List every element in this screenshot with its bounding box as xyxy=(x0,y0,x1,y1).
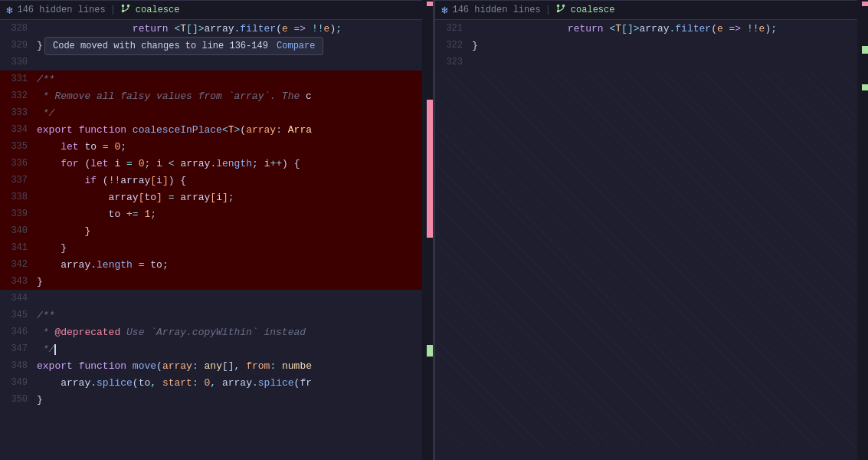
code-line-334: 334 export function coalesceInPlace<T>(a… xyxy=(0,121,433,138)
line-num-335: 335 xyxy=(0,141,37,152)
line-content-347: */ xyxy=(37,343,433,355)
right-scrollbar-mark-red xyxy=(862,2,868,6)
line-num-329: 329 xyxy=(0,40,37,51)
line-num-330: 330 xyxy=(0,57,37,67)
line-content-346: * @deprecated Use `Array.copyWithin` ins… xyxy=(37,327,433,338)
right-line-num-322: 322 xyxy=(435,40,472,51)
tooltip-text: Code moved with changes to line 136-149 xyxy=(53,41,268,51)
code-line-342: 342 array.length = to; xyxy=(0,256,433,273)
line-content-334: export function coalesceInPlace<T>(array… xyxy=(37,124,433,136)
right-code-area: → 321 return <T[]>array.filter(e => !!e)… xyxy=(435,20,868,460)
line-num-332: 332 xyxy=(0,90,37,101)
svg-point-1 xyxy=(127,5,130,8)
line-num-349: 349 xyxy=(0,377,37,388)
left-hidden-sep: | xyxy=(110,5,116,15)
right-branch-icon xyxy=(555,3,566,17)
line-num-338: 338 xyxy=(0,192,37,202)
right-snowflake-icon: ❄ xyxy=(441,4,447,17)
line-num-350: 350 xyxy=(0,394,37,405)
code-line-339: 339 to += 1; xyxy=(0,205,433,222)
line-num-339: 339 xyxy=(0,209,37,219)
code-line-338: 338 array[to] = array[i]; xyxy=(0,189,433,205)
line-num-334: 334 xyxy=(0,124,37,135)
line-num-340: 340 xyxy=(0,225,37,236)
left-scrollbar-mark-red-1 xyxy=(427,2,433,6)
code-line-348: 348 export function move(array: any[], f… xyxy=(0,357,433,374)
right-branch-name: coalesce xyxy=(571,5,615,15)
editor-container: ❄ 146 hidden lines | coalesce Code moved… xyxy=(0,0,868,460)
code-line-345: 345 /** xyxy=(0,307,433,324)
code-line-336: 336 for (let i = 0; i < array.length; i+… xyxy=(0,155,433,172)
left-branch-icon xyxy=(120,3,131,17)
line-num-333: 333 xyxy=(0,107,37,118)
code-line-349: 349 array.splice(to, start: 0, array.spl… xyxy=(0,374,433,391)
line-num-328: 328 xyxy=(0,23,37,34)
code-line-335: 335 let to = 0; xyxy=(0,138,433,155)
right-code-line-322: 322 } xyxy=(435,37,868,54)
left-code-area: Code moved with changes to line 136-149 … xyxy=(0,20,433,460)
left-scrollbar[interactable] xyxy=(422,0,433,460)
right-code-lines: → 321 return <T[]>array.filter(e => !!e)… xyxy=(435,20,868,71)
code-line-346: 346 * @deprecated Use `Array.copyWithin`… xyxy=(0,324,433,340)
line-content-339: to += 1; xyxy=(37,209,433,220)
line-content-336: for (let i = 0; i < array.length; i++) { xyxy=(37,158,433,169)
compare-link[interactable]: Compare xyxy=(277,41,315,51)
code-line-340: 340 } xyxy=(0,222,433,239)
left-branch-name: coalesce xyxy=(136,5,180,15)
tooltip-popup: Code moved with changes to line 136-149 … xyxy=(44,37,323,55)
left-snowflake-icon: ❄ xyxy=(6,4,12,17)
line-content-335: let to = 0; xyxy=(37,141,433,153)
line-content-338: array[to] = array[i]; xyxy=(37,192,433,203)
code-line-333: 333 */ xyxy=(0,104,433,121)
line-content-331: /** xyxy=(37,74,433,85)
line-num-331: 331 xyxy=(0,74,37,84)
left-scrollbar-mark-green xyxy=(427,345,433,356)
line-content-348: export function move(array: any[], from:… xyxy=(37,360,433,372)
right-pane-empty xyxy=(435,71,868,446)
right-hidden-sep: | xyxy=(545,5,551,15)
line-content-333: */ xyxy=(37,107,433,119)
line-content-345: /** xyxy=(37,310,433,321)
line-num-342: 342 xyxy=(0,259,37,270)
line-content-342: array.length = to; xyxy=(37,259,433,271)
line-num-347: 347 xyxy=(0,343,37,354)
code-line-344: 344 xyxy=(0,290,433,307)
right-scrollbar-mark-green-1 xyxy=(862,46,868,54)
line-content-332: * Remove all falsy values from `array`. … xyxy=(37,90,433,102)
right-scrollbar[interactable] xyxy=(857,0,868,460)
right-line-num-323: 323 xyxy=(435,57,472,67)
line-num-344: 344 xyxy=(0,293,37,304)
line-num-346: 346 xyxy=(0,327,37,337)
line-num-343: 343 xyxy=(0,276,37,287)
svg-point-3 xyxy=(557,5,560,8)
line-content-337: if (!!array[i]) { xyxy=(37,175,433,186)
right-code-line-321: 321 return <T[]>array.filter(e => !!e); xyxy=(435,20,868,37)
right-pane: ❄ 146 hidden lines | coalesce → 321 retu… xyxy=(435,0,868,460)
code-line-332: 332 * Remove all falsy values from `arra… xyxy=(0,87,433,104)
left-code-lines: Code moved with changes to line 136-149 … xyxy=(0,20,433,408)
line-content-340: } xyxy=(37,225,433,237)
line-num-337: 337 xyxy=(0,175,37,186)
svg-point-0 xyxy=(122,5,125,8)
code-line-337: 337 if (!!array[i]) { xyxy=(0,172,433,189)
left-pane: ❄ 146 hidden lines | coalesce Code moved… xyxy=(0,0,433,460)
line-num-336: 336 xyxy=(0,158,37,169)
left-hidden-lines-text: 146 hidden lines xyxy=(17,5,105,15)
right-hidden-lines-text: 146 hidden lines xyxy=(452,5,540,15)
code-line-328: 328 return <T[]>array.filter(e => !!e); xyxy=(0,20,433,37)
svg-point-4 xyxy=(562,5,565,8)
right-code-line-323: 323 xyxy=(435,54,868,71)
line-num-345: 345 xyxy=(0,310,37,320)
right-scrollbar-mark-green-2 xyxy=(862,84,868,90)
code-line-331: 331 /** xyxy=(0,71,433,87)
code-line-350: 350 } xyxy=(0,391,433,408)
line-num-341: 341 xyxy=(0,242,37,253)
right-hidden-lines-bar[interactable]: ❄ 146 hidden lines | coalesce xyxy=(435,0,868,20)
right-line-content-322: } xyxy=(472,40,868,51)
line-content-343: } xyxy=(37,276,433,288)
code-line-343: 343 } xyxy=(0,273,433,290)
line-content-350: } xyxy=(37,394,433,406)
left-scrollbar-mark-red-2 xyxy=(427,100,433,238)
code-line-330: 330 xyxy=(0,54,433,71)
left-hidden-lines-bar[interactable]: ❄ 146 hidden lines | coalesce xyxy=(0,0,433,20)
